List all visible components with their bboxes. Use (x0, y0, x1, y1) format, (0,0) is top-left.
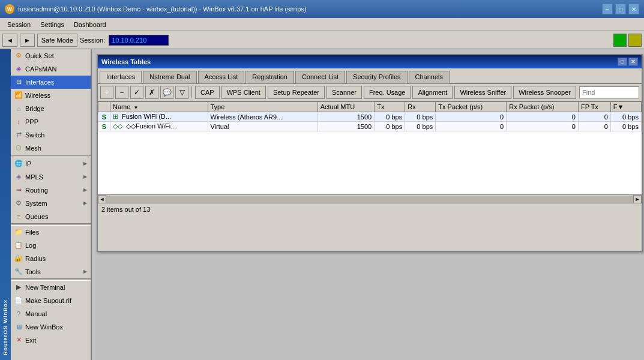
sidebar-item-make-supout[interactable]: 📄 Make Supout.rif (11, 294, 91, 307)
back-button[interactable]: ◄ (2, 34, 17, 47)
comment-button[interactable]: 💬 (160, 86, 173, 99)
filter-button[interactable]: ▽ (175, 86, 188, 99)
sidebar-item-system[interactable]: ⚙ System ▶ (11, 197, 91, 210)
freq-usage-button[interactable]: Freq. Usage (364, 86, 411, 99)
ip-icon: 🌐 (14, 160, 23, 168)
wireless-sniffer-button[interactable]: Wireless Sniffer (454, 86, 511, 99)
sidebar-item-mesh[interactable]: ⬡ Mesh (11, 142, 91, 155)
tab-interfaces[interactable]: Interfaces (100, 71, 142, 83)
status-bar: 2 items out of 13 (98, 203, 642, 215)
forward-button[interactable]: ► (20, 34, 35, 47)
safe-mode-button[interactable]: Safe Mode (37, 34, 77, 47)
sidebar-item-routing[interactable]: ⇒ Routing ▶ (11, 184, 91, 197)
col-rx-packet[interactable]: Rx Packet (p/s) (507, 102, 579, 112)
enable-button[interactable]: ✓ (130, 86, 143, 99)
col-rx[interactable]: Rx (405, 102, 436, 112)
sidebar-item-bridge[interactable]: ⌂ Bridge (11, 102, 91, 115)
disable-button[interactable]: ✗ (145, 86, 158, 99)
scroll-track[interactable] (106, 196, 633, 203)
menu-settings[interactable]: Settings (35, 18, 69, 31)
sidebar-label-exit: Exit (25, 337, 36, 344)
minimize-button[interactable]: − (602, 4, 613, 14)
row1-mtu: 1500 (317, 112, 375, 122)
sidebar-item-mpls[interactable]: ◈ MPLS ▶ (11, 170, 91, 184)
alignment-button[interactable]: Alignment (412, 86, 453, 99)
sidebar-item-capsman[interactable]: ◈ CAPsMAN (11, 62, 91, 76)
winbox-brand: RouterOS WinBox (0, 49, 11, 360)
sidebar-item-files[interactable]: 📁 Files (11, 226, 91, 239)
wireless-snooper-button[interactable]: Wireless Snooper (513, 86, 576, 99)
files-icon: 📁 (14, 228, 23, 236)
row2-fp-tx: 0 (578, 122, 610, 131)
sidebar-item-new-winbox[interactable]: 🖥 New WinBox (11, 320, 91, 334)
table-row[interactable]: S ⊞ Fusion WiFi (D... Wireless (Atheros … (98, 112, 642, 122)
log-icon: 📋 (14, 241, 23, 250)
wireless-icon: 📶 (14, 91, 23, 100)
col-tx[interactable]: Tx (375, 102, 405, 112)
sidebar-label-switch: Switch (25, 131, 44, 139)
tab-channels[interactable]: Channels (409, 71, 450, 83)
sidebar: ⚙ Quick Set ◈ CAPsMAN ⊟ Interfaces 📶 Wir… (11, 49, 92, 360)
wps-client-button[interactable]: WPS Client (221, 86, 266, 99)
col-tx-packet[interactable]: Tx Packet (p/s) (436, 102, 507, 112)
sidebar-item-log[interactable]: 📋 Log (11, 239, 91, 252)
scroll-right-button[interactable]: ► (633, 195, 642, 203)
wt-minimize-button[interactable]: □ (618, 58, 627, 66)
make-supout-icon: 📄 (14, 296, 23, 305)
ip-arrow-icon: ▶ (83, 161, 87, 166)
restore-button[interactable]: □ (615, 4, 626, 14)
close-button[interactable]: ✕ (628, 4, 639, 14)
scroll-left-button[interactable]: ◄ (98, 195, 106, 203)
data-table-container[interactable]: Name ▼ Type Actual MTU Tx Rx Tx Packet (… (98, 101, 642, 194)
tab-security-profiles[interactable]: Security Profiles (346, 71, 407, 83)
session-input[interactable] (109, 35, 169, 46)
add-button[interactable]: + (100, 86, 113, 99)
col-fp-col[interactable]: F▼ (610, 102, 641, 112)
cap-button[interactable]: CAP (195, 86, 220, 99)
setup-repeater-button[interactable]: Setup Repeater (268, 86, 325, 99)
sidebar-label-mpls: MPLS (25, 173, 43, 181)
sidebar-item-interfaces[interactable]: ⊟ Interfaces (11, 76, 91, 89)
horizontal-scrollbar[interactable]: ◄ ► (98, 194, 642, 203)
sidebar-item-switch[interactable]: ⇄ Switch (11, 128, 91, 142)
col-type[interactable]: Type (208, 102, 317, 112)
sidebar-label-new-winbox: New WinBox (25, 323, 63, 331)
sidebar-label-system: System (25, 200, 47, 207)
wt-close-button[interactable]: ✕ (628, 58, 638, 66)
sidebar-item-new-terminal[interactable]: ▶ New Terminal (11, 281, 91, 294)
sidebar-label-ip: IP (25, 160, 31, 167)
menu-dashboard[interactable]: Dashboard (69, 18, 111, 31)
wireless-tabs: Interfaces Nstreme Dual Access List Regi… (98, 68, 642, 84)
scanner-button[interactable]: Scanner (327, 86, 362, 99)
sidebar-item-radius[interactable]: 🔐 Radius (11, 252, 91, 265)
tab-registration[interactable]: Registration (245, 71, 294, 83)
col-actual-mtu[interactable]: Actual MTU (317, 102, 375, 112)
sidebar-item-wireless[interactable]: 📶 Wireless (11, 89, 91, 102)
content-area: Wireless Tables □ ✕ Interfaces Nstreme D… (92, 49, 644, 360)
sidebar-item-quick-set[interactable]: ⚙ Quick Set (11, 49, 91, 62)
col-name[interactable]: Name ▼ (110, 102, 208, 112)
row1-rx-packet: 0 (507, 112, 579, 122)
remove-button[interactable]: − (115, 86, 128, 99)
sidebar-item-tools[interactable]: 🔧 Tools ▶ (11, 265, 91, 278)
sidebar-item-exit[interactable]: ✕ Exit (11, 334, 91, 347)
tab-nstreme-dual[interactable]: Nstreme Dual (143, 71, 196, 83)
sidebar-item-manual[interactable]: ? Manual (11, 307, 91, 320)
sidebar-label-quick-set: Quick Set (25, 52, 54, 59)
table-row[interactable]: S ◇◇ ◇◇Fusion WiFi... Virtual 1500 0 bps… (98, 122, 642, 131)
sidebar-label-capsman: CAPsMAN (25, 65, 57, 73)
sidebar-item-queues[interactable]: ≡ Queues (11, 210, 91, 223)
row1-tx-packet: 0 (436, 112, 507, 122)
menu-session[interactable]: Session (2, 18, 35, 31)
sidebar-item-ip[interactable]: 🌐 IP ▶ (11, 157, 91, 170)
sidebar-label-new-terminal: New Terminal (25, 284, 65, 291)
tab-access-list[interactable]: Access List (198, 71, 245, 83)
queues-icon: ≡ (14, 212, 23, 221)
col-fp-tx[interactable]: FP Tx (578, 102, 610, 112)
row2-name: ◇◇ ◇◇Fusion WiFi... (110, 122, 208, 131)
sidebar-label-tools: Tools (25, 268, 41, 275)
search-input[interactable] (579, 86, 639, 98)
tab-connect-list[interactable]: Connect List (295, 71, 345, 83)
sidebar-item-ppp[interactable]: ↕ PPP (11, 115, 91, 128)
system-arrow-icon: ▶ (83, 200, 87, 206)
